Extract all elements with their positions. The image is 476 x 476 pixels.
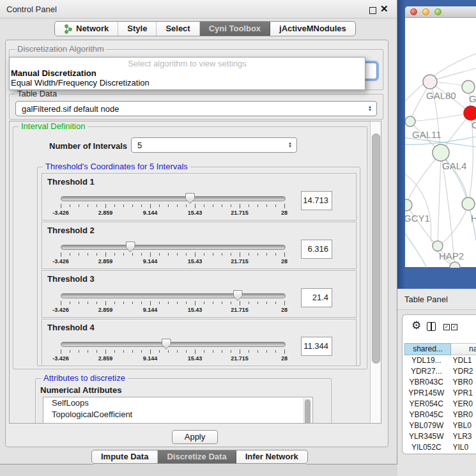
column-header-shared-name[interactable]: shared... [404, 343, 451, 355]
threshold-value-field[interactable]: 21.4 [301, 288, 332, 307]
slider-track[interactable] [61, 293, 286, 298]
tab-style[interactable]: Style [118, 22, 157, 36]
threshold-value-field[interactable]: 14.713 [301, 191, 332, 210]
network-node[interactable] [464, 106, 476, 120]
threshold-slider[interactable]: -3.4262.8599.14415.4321.71528 [61, 339, 284, 364]
cell-shared-name[interactable]: YBL079W [404, 420, 448, 431]
slider-thumb[interactable] [185, 193, 195, 204]
list-scrollbar[interactable] [303, 398, 312, 424]
network-node[interactable] [450, 262, 460, 268]
settings-scrollbar[interactable] [370, 121, 381, 423]
table-row[interactable]: YIL052CYIL0 [404, 442, 476, 453]
tab-impute-data[interactable]: Impute Data [92, 450, 158, 463]
threshold-value-field[interactable]: 11.344 [301, 337, 332, 356]
network-node[interactable] [462, 81, 475, 93]
column-header-name[interactable]: na [451, 343, 476, 355]
list-scrollbar-thumb[interactable] [305, 399, 311, 424]
slider-tick [88, 302, 88, 304]
cell-name[interactable]: YDR2 [448, 366, 476, 377]
select-all-checkbox-icon[interactable]: ✓ [443, 324, 450, 330]
float-window-icon[interactable] [369, 7, 376, 14]
number-of-intervals-combobox[interactable]: 5 ▲▼ [131, 137, 297, 153]
cell-shared-name[interactable]: YER054C [404, 399, 448, 410]
algorithm-option-manual[interactable]: Manual Discretization [10, 68, 365, 78]
algorithm-option-equal-width[interactable]: Equal Width/Frequency Discretization [10, 78, 365, 88]
network-node[interactable] [405, 116, 415, 127]
cell-name[interactable]: YBR0 [448, 377, 476, 388]
cell-name[interactable]: YIL0 [448, 442, 476, 453]
settings-scrollbar-thumb[interactable] [372, 134, 380, 364]
table-panel-content: ⚙ ✓ ✓ shared... na YDL19...YDL1YDR27...Y… [397, 310, 476, 476]
table-row[interactable]: YER054CYER0 [404, 399, 476, 410]
slider-thumb[interactable] [233, 290, 243, 301]
slider-tick-label: 21.715 [231, 307, 249, 313]
threshold-slider[interactable]: -3.4262.8599.14415.4321.71528 [61, 242, 284, 267]
tab-infer-network[interactable]: Infer Network [236, 450, 307, 463]
threshold-slider[interactable]: -3.4262.8599.14415.4321.71528 [61, 193, 284, 219]
cell-name[interactable]: YPR1 [448, 388, 476, 399]
table-data-group-title: Table Data [15, 89, 59, 98]
network-canvas[interactable]: GAL80G.CGAL11GAL4GCY1HHAP2 [405, 19, 476, 268]
columns-icon[interactable] [427, 322, 436, 331]
tab-select[interactable]: Select [157, 22, 199, 36]
close-icon[interactable]: ✕ [380, 3, 388, 15]
cell-name[interactable]: YER0 [448, 399, 476, 410]
cell-shared-name[interactable]: YDR27... [404, 366, 448, 377]
slider-track[interactable] [61, 342, 286, 347]
network-node[interactable] [462, 197, 475, 210]
right-column: GAL80G.CGAL11GAL4GCY1HHAP2 Table Panel ⚙… [397, 0, 476, 476]
tab-discretize-data[interactable]: Discretize Data [158, 450, 236, 463]
cell-shared-name[interactable]: YBR045C [404, 410, 448, 420]
table-row[interactable]: YPR145WYPR1 [404, 388, 476, 399]
cell-shared-name[interactable]: YBR043C [404, 377, 448, 388]
cell-shared-name[interactable]: YIL052C [404, 442, 448, 453]
table-row[interactable]: YDL19...YDL1 [404, 355, 476, 366]
tab-network[interactable]: Network [55, 22, 118, 36]
minimize-traffic-light-icon[interactable] [422, 8, 429, 15]
slider-tick [123, 350, 124, 353]
cell-shared-name[interactable]: YLR345W [404, 431, 448, 442]
slider-tick [114, 253, 115, 256]
list-item[interactable]: SelfLoops [43, 397, 312, 409]
table-row[interactable]: YDR27...YDR2 [404, 366, 476, 377]
network-node[interactable] [423, 75, 437, 89]
network-node[interactable] [405, 199, 412, 211]
cell-name[interactable]: YBL0 [448, 420, 476, 431]
deselect-all-checkbox-icon[interactable]: ✓ [451, 324, 457, 330]
slider-track[interactable] [61, 245, 286, 250]
slider-thumb[interactable] [126, 242, 135, 252]
table-data-combobox[interactable]: galFiltered.sif default node ▲▼ [15, 101, 377, 116]
slider-tick [132, 204, 133, 207]
list-item[interactable]: TopologicalCoefficient [43, 409, 312, 420]
tab-jactivemnodules[interactable]: jActiveMNodules [270, 22, 355, 36]
slider-thumb[interactable] [162, 339, 171, 349]
table-row[interactable]: YBL079WYBL0 [404, 420, 476, 431]
slider-tick [231, 204, 231, 207]
slider-tick [177, 253, 178, 256]
table-row[interactable]: YLR345WYLR3 [404, 431, 476, 442]
cell-shared-name[interactable]: YDL19... [404, 355, 448, 366]
slider-tick [159, 350, 160, 353]
threshold-value-field[interactable]: 6.316 [301, 240, 332, 259]
threshold-slider[interactable]: -3.4262.8599.14415.4321.71528 [61, 290, 284, 316]
tab-cyni-toolbox[interactable]: Cyni Toolbox [200, 22, 270, 36]
slider-tick [141, 204, 142, 207]
network-node[interactable] [433, 144, 449, 161]
cell-name[interactable]: YDL1 [448, 355, 476, 366]
cell-name[interactable]: YBR0 [448, 410, 476, 420]
algorithm-dropdown-prompt[interactable]: Select algorithm to view settings [10, 59, 365, 68]
zoom-traffic-light-icon[interactable] [434, 8, 441, 15]
interval-definition-group: Interval Definition Number of Intervals … [13, 127, 367, 369]
list-item[interactable]: BetweennessCentrality [43, 420, 312, 424]
slider-tick [61, 349, 61, 354]
slider-tick [204, 204, 204, 207]
apply-button[interactable]: Apply [172, 430, 218, 444]
network-node[interactable] [433, 241, 443, 251]
cell-shared-name[interactable]: YPR145W [404, 388, 448, 399]
gear-icon[interactable]: ⚙ [411, 319, 421, 332]
table-row[interactable]: YBR043CYBR0 [404, 377, 476, 388]
slider-track[interactable] [61, 196, 286, 201]
table-row[interactable]: YBR045CYBR0 [404, 410, 476, 420]
cell-name[interactable]: YLR3 [448, 431, 476, 442]
close-traffic-light-icon[interactable] [410, 8, 417, 15]
